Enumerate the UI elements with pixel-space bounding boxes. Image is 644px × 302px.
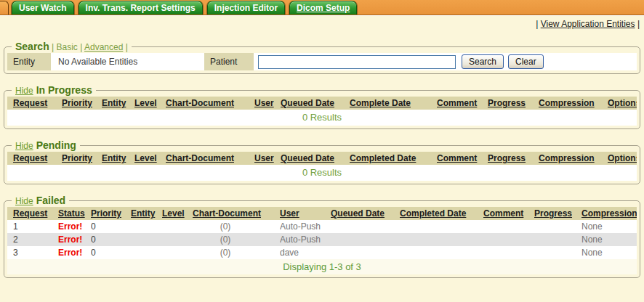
cell: None [581, 246, 637, 259]
tab-user-watch[interactable]: User Watch [12, 1, 74, 15]
cell: dave [280, 246, 331, 259]
cell: 2 [7, 233, 58, 246]
column-header-options[interactable]: Options [608, 152, 637, 165]
column-header-comment[interactable]: Comment [483, 207, 534, 220]
dicom-setup-page: User Watch Inv. Trans. Report Settings I… [0, 0, 644, 302]
cell [534, 220, 581, 233]
failed-table: RequestStatusPriorityEntityLevelChart-Do… [7, 207, 637, 274]
tab-dicom-setup[interactable]: Dicom Setup [289, 1, 357, 15]
failed-header-row: RequestStatusPriorityEntityLevelChart-Do… [7, 207, 637, 220]
column-header-request[interactable]: Request [7, 152, 62, 165]
failed-title: Failed [36, 195, 65, 206]
in-progress-title: In Progress [36, 84, 92, 96]
cell [483, 233, 534, 246]
failed-legend: HideFailed [12, 195, 69, 206]
cell [131, 233, 162, 246]
cell: None [581, 220, 637, 233]
column-header-user[interactable]: User [280, 207, 331, 220]
column-header-progress[interactable]: Progress [488, 97, 539, 110]
cell [400, 233, 483, 246]
column-header-completed-date[interactable]: Completed Date [350, 152, 437, 165]
hide-in-progress-link[interactable]: Hide [15, 86, 33, 96]
cell [400, 246, 483, 259]
column-header-level[interactable]: Level [134, 97, 166, 110]
failed-section: HideFailed RequestStatusPriorityEntityLe… [4, 195, 640, 278]
cell [534, 233, 581, 246]
column-header-progress[interactable]: Progress [488, 152, 539, 165]
cell: Auto-Push [280, 220, 331, 233]
column-header-entity[interactable]: Entity [102, 97, 134, 110]
column-header-complete-date[interactable]: Complete Date [350, 97, 437, 110]
column-header-compression[interactable]: Compression [539, 97, 608, 110]
cell: (0) [193, 246, 280, 259]
cell: Error! [58, 220, 91, 233]
column-header-level[interactable]: Level [134, 152, 166, 165]
clear-button[interactable]: Clear [508, 54, 544, 69]
hide-failed-link[interactable]: Hide [15, 196, 33, 206]
pending-empty-row: 0 Results [7, 165, 637, 181]
cell [131, 246, 162, 259]
column-header-entity[interactable]: Entity [102, 152, 134, 165]
pending-empty-text: 0 Results [7, 165, 637, 181]
search-title: Search [15, 41, 49, 52]
separator: | [536, 19, 538, 29]
in-progress-empty-row: 0 Results [7, 110, 637, 126]
column-header-user[interactable]: User [254, 97, 281, 110]
separator: | [80, 42, 82, 52]
column-header-compression[interactable]: Compression [581, 207, 637, 220]
column-header-comment[interactable]: Comment [437, 152, 488, 165]
column-header-queued-date[interactable]: Queued Date [281, 97, 350, 110]
failed-footer-row: Displaying 1-3 of 3 [7, 259, 637, 274]
column-header-chart-document[interactable]: Chart-Document [166, 152, 254, 165]
view-application-entities-link[interactable]: View Application Entities [541, 19, 635, 29]
in-progress-table: RequestPriorityEntityLevelChart-Document… [7, 97, 637, 126]
patient-input[interactable] [258, 55, 456, 69]
hide-pending-link[interactable]: Hide [15, 141, 33, 151]
column-header-entity[interactable]: Entity [131, 207, 162, 220]
column-header-chart-document[interactable]: Chart-Document [166, 97, 254, 110]
column-header-options[interactable]: Options [608, 97, 637, 110]
column-header-request[interactable]: Request [7, 97, 62, 110]
patient-label: Patient [204, 53, 254, 70]
cell: 0 [91, 220, 131, 233]
column-header-completed-date[interactable]: Completed Date [400, 207, 483, 220]
basic-search-link[interactable]: Basic [57, 42, 78, 52]
in-progress-section: HideIn Progress RequestPriorityEntityLev… [4, 84, 640, 129]
column-header-status[interactable]: Status [58, 207, 91, 220]
in-progress-legend: HideIn Progress [12, 84, 96, 96]
separator: | [637, 19, 640, 29]
column-header-priority[interactable]: Priority [91, 207, 131, 220]
entity-label: Entity [7, 53, 51, 70]
column-header-request[interactable]: Request [7, 207, 58, 220]
failed-table-body: 1Error!0(0)Auto-PushNone2Error!0(0)Auto-… [7, 220, 637, 259]
column-header-queued-date[interactable]: Queued Date [281, 152, 350, 165]
column-header-comment[interactable]: Comment [437, 97, 488, 110]
cell: Error! [58, 246, 91, 259]
column-header-priority[interactable]: Priority [62, 152, 102, 165]
cell [162, 220, 193, 233]
column-header-queued-date[interactable]: Queued Date [331, 207, 400, 220]
column-header-priority[interactable]: Priority [62, 97, 102, 110]
tab-inv-trans-report-settings[interactable]: Inv. Trans. Report Settings [79, 1, 203, 15]
advanced-search-link[interactable]: Advanced [84, 42, 123, 52]
column-header-compression[interactable]: Compression [539, 152, 608, 165]
separator: | [126, 42, 128, 52]
column-header-level[interactable]: Level [162, 207, 193, 220]
separator: | [52, 42, 54, 52]
column-header-progress[interactable]: Progress [534, 207, 581, 220]
pending-title: Pending [36, 139, 76, 151]
tab-injection-editor[interactable]: Injection Editor [207, 1, 285, 15]
cell: Auto-Push [280, 233, 331, 246]
search-button[interactable]: Search [462, 54, 504, 69]
cell: 3 [7, 246, 58, 259]
table-row: 2Error!0(0)Auto-PushNone [7, 233, 637, 246]
entity-value: No Available Entities [51, 57, 204, 67]
cell [331, 246, 400, 259]
in-progress-empty-text: 0 Results [7, 110, 637, 126]
cell: 1 [7, 220, 58, 233]
column-header-chart-document[interactable]: Chart-Document [193, 207, 280, 220]
cell [483, 246, 534, 259]
tab-partial-left[interactable] [0, 1, 9, 15]
cell [162, 233, 193, 246]
column-header-user[interactable]: User [254, 152, 281, 165]
